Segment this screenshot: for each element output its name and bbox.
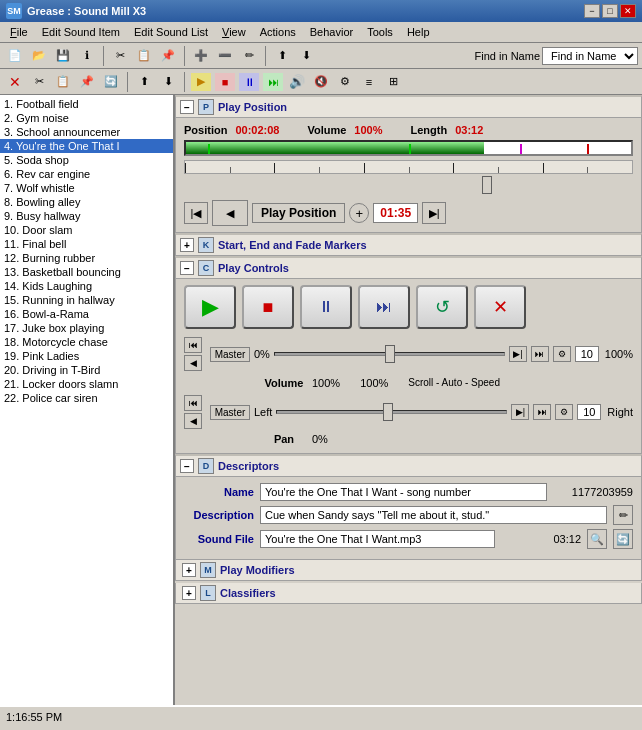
- sound-item-15[interactable]: 15. Running in hallway: [0, 293, 173, 307]
- vol-forward[interactable]: ⏭: [531, 346, 549, 362]
- play-modifiers-toggle[interactable]: +: [182, 563, 196, 577]
- tb-remove[interactable]: ➖: [214, 46, 236, 66]
- goto-start-button[interactable]: |◀: [184, 202, 208, 224]
- sound-item-22[interactable]: 22. Police car siren: [0, 391, 173, 405]
- tb-play-green[interactable]: ▶: [190, 72, 212, 92]
- tb-copy[interactable]: 📋: [133, 46, 155, 66]
- menu-view[interactable]: View: [216, 24, 252, 40]
- vol-settings[interactable]: ⚙: [553, 346, 571, 362]
- stop-button[interactable]: ■: [242, 285, 294, 329]
- prev-button[interactable]: ◀: [212, 200, 248, 226]
- menu-help[interactable]: Help: [401, 24, 436, 40]
- pan-slider-thumb[interactable]: [383, 403, 393, 421]
- tb-forward-green[interactable]: ⏭: [262, 72, 284, 92]
- close-button-ctrl[interactable]: ✕: [474, 285, 526, 329]
- file-input[interactable]: [260, 530, 495, 548]
- tb-copy2[interactable]: 📋: [52, 72, 74, 92]
- tb-speaker-off[interactable]: 🔇: [310, 72, 332, 92]
- play-controls-toggle[interactable]: −: [180, 261, 194, 275]
- tb-down[interactable]: ⬇: [295, 46, 317, 66]
- fade-markers-header[interactable]: + K Start, End and Fade Markers: [175, 233, 642, 256]
- pan-num-input[interactable]: [577, 404, 601, 420]
- menu-behavior[interactable]: Behavior: [304, 24, 359, 40]
- plus-button[interactable]: +: [349, 203, 369, 223]
- sound-item-17[interactable]: 17. Juke box playing: [0, 321, 173, 335]
- desc-edit-button[interactable]: ✏: [613, 505, 633, 525]
- sound-item-4[interactable]: 4. You're the One That I: [0, 139, 173, 153]
- sound-item-16[interactable]: 16. Bowl-a-Rama: [0, 307, 173, 321]
- classifiers-toggle[interactable]: +: [182, 586, 196, 600]
- sound-item-12[interactable]: 12. Burning rubber: [0, 251, 173, 265]
- pan-settings[interactable]: ⚙: [555, 404, 573, 420]
- sound-item-11[interactable]: 11. Final bell: [0, 237, 173, 251]
- play-position-header[interactable]: − P Play Position: [175, 95, 642, 118]
- tb-new[interactable]: 📄: [4, 46, 26, 66]
- name-input[interactable]: [260, 483, 547, 501]
- loop-button[interactable]: ↺: [416, 285, 468, 329]
- tb-volume[interactable]: 🔊: [286, 72, 308, 92]
- sound-item-13[interactable]: 13. Basketball bouncing: [0, 265, 173, 279]
- tb-refresh[interactable]: 🔄: [100, 72, 122, 92]
- pan-slider-track[interactable]: [276, 410, 507, 414]
- sound-item-9[interactable]: 9. Busy hallway: [0, 209, 173, 223]
- menu-file[interactable]: File: [4, 24, 34, 40]
- sound-item-3[interactable]: 3. School announcemer: [0, 125, 173, 139]
- position-slider-thumb[interactable]: [482, 176, 492, 194]
- descriptors-header[interactable]: − D Descriptors: [175, 454, 642, 477]
- tb-add[interactable]: ➕: [190, 46, 212, 66]
- tb-stop-all[interactable]: ✕: [4, 72, 26, 92]
- vol-fast-back[interactable]: ⏮: [184, 337, 202, 353]
- volume-slider-thumb[interactable]: [385, 345, 395, 363]
- progress-bar[interactable]: [184, 140, 633, 156]
- vol-end[interactable]: ▶|: [509, 346, 527, 362]
- sound-item-2[interactable]: 2. Gym noise: [0, 111, 173, 125]
- sound-item-19[interactable]: 19. Pink Ladies: [0, 349, 173, 363]
- sound-item-21[interactable]: 21. Locker doors slamn: [0, 377, 173, 391]
- play-controls-header[interactable]: − C Play Controls: [175, 256, 642, 279]
- tb-up2[interactable]: ⬆: [133, 72, 155, 92]
- tb-list[interactable]: ≡: [358, 72, 380, 92]
- menu-actions[interactable]: Actions: [254, 24, 302, 40]
- tb-paste[interactable]: 📌: [157, 46, 179, 66]
- find-dropdown[interactable]: Find in Name: [542, 47, 638, 65]
- sound-item-20[interactable]: 20. Driving in T-Bird: [0, 363, 173, 377]
- tb-up[interactable]: ⬆: [271, 46, 293, 66]
- tb-stop-red[interactable]: ■: [214, 72, 236, 92]
- tb-cut[interactable]: ✂: [109, 46, 131, 66]
- tb-open[interactable]: 📂: [28, 46, 50, 66]
- file-browse-button[interactable]: 🔍: [587, 529, 607, 549]
- vol-back[interactable]: ◀: [184, 355, 202, 371]
- sound-item-1[interactable]: 1. Football field: [0, 97, 173, 111]
- tb-grid[interactable]: ⊞: [382, 72, 404, 92]
- pan-back[interactable]: ◀: [184, 413, 202, 429]
- sound-item-6[interactable]: 6. Rev car engine: [0, 167, 173, 181]
- sound-item-14[interactable]: 14. Kids Laughing: [0, 279, 173, 293]
- pan-fast-back[interactable]: ⏮: [184, 395, 202, 411]
- pan-end[interactable]: ▶|: [511, 404, 529, 420]
- maximize-button[interactable]: □: [602, 4, 618, 18]
- play-position-toggle[interactable]: −: [180, 100, 194, 114]
- classifiers-header[interactable]: + L Classifiers: [175, 583, 642, 604]
- play-modifiers-header[interactable]: + M Play Modifiers: [175, 560, 642, 581]
- pan-forward[interactable]: ⏭: [533, 404, 551, 420]
- descriptors-toggle[interactable]: −: [180, 459, 194, 473]
- goto-end-button[interactable]: ▶|: [422, 202, 446, 224]
- minimize-button[interactable]: −: [584, 4, 600, 18]
- menu-edit-list[interactable]: Edit Sound List: [128, 24, 214, 40]
- volume-slider-track[interactable]: [274, 352, 505, 356]
- play-button[interactable]: ▶: [184, 285, 236, 329]
- tb-edit[interactable]: ✏: [238, 46, 260, 66]
- tb-info[interactable]: ℹ: [76, 46, 98, 66]
- menu-tools[interactable]: Tools: [361, 24, 399, 40]
- tb-save[interactable]: 💾: [52, 46, 74, 66]
- fade-markers-toggle[interactable]: +: [180, 238, 194, 252]
- sound-item-5[interactable]: 5. Soda shop: [0, 153, 173, 167]
- sound-item-18[interactable]: 18. Motorcycle chase: [0, 335, 173, 349]
- pause-button[interactable]: ⏸: [300, 285, 352, 329]
- vol-num-input[interactable]: [575, 346, 599, 362]
- tb-paste2[interactable]: 📌: [76, 72, 98, 92]
- menu-edit-item[interactable]: Edit Sound Item: [36, 24, 126, 40]
- tb-down2[interactable]: ⬇: [157, 72, 179, 92]
- forward-button[interactable]: ⏭: [358, 285, 410, 329]
- close-button[interactable]: ✕: [620, 4, 636, 18]
